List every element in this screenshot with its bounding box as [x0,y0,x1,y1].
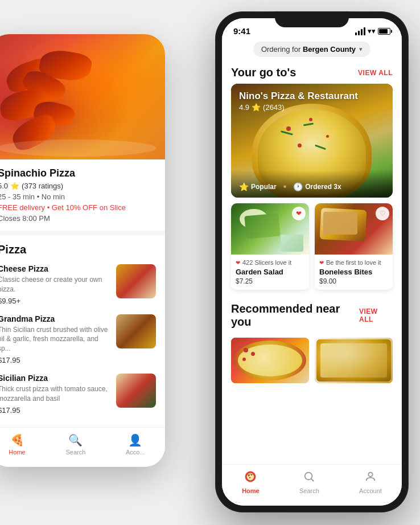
rec-image-1[interactable] [231,338,309,383]
popular-badge: ⭐ Popular [239,182,277,191]
back-phone: Spinachio Pizza 5.0 ⭐ (373 ratings) 25 -… [0,34,165,467]
back-nav-search[interactable]: 🔍 Search [65,433,85,456]
back-menu-item-cheese[interactable]: Cheese Pizza Classic cheese or create yo… [0,264,156,305]
back-hero-image [0,34,165,159]
nav-home[interactable]: Home [242,470,260,494]
search-icon [303,470,315,486]
chicken-heart-button[interactable]: ♡ [376,207,389,220]
recommended-title: Recommended near you [231,302,359,329]
chevron-down-icon: ▾ [359,46,363,53]
your-gotos-view-all[interactable]: VIEW ALL [358,69,393,77]
home-label: Home [242,487,260,494]
nav-account[interactable]: Account [359,470,382,494]
location-pill[interactable]: Ordering for Bergen County ▾ [253,42,370,57]
back-home-label: Home [9,449,25,456]
search-label: Search [299,487,319,494]
chicken-love-count: ❤ Be the first to love it [319,259,388,266]
recommended-view-all[interactable]: VIEW ALL [359,307,393,323]
product-card-chicken[interactable]: ♡ ❤ Be the first to love it Boneless Bit… [315,203,393,290]
salad-name: Garden Salad [236,268,304,276]
back-item-name-sicilian: Sicilian Pizza [0,374,110,383]
phone-screen: 9:41 ▾▾ Ordering for Bergen Co [222,18,402,506]
back-item-desc-cheese: Classic cheese or create your own pizza. [0,275,110,294]
product-card-salad[interactable]: ❤ ❤ 422 Slicers love it Garden Salad $7.… [231,203,309,290]
salad-heart-button[interactable]: ❤ [292,207,306,220]
svg-point-2 [248,475,250,477]
svg-line-6 [312,479,314,481]
back-item-desc-grandma: Thin Sicilian crust brushed with olive o… [0,325,110,354]
back-nav-home[interactable]: 🍕 Home [9,433,25,456]
back-item-name-cheese: Cheese Pizza [0,264,110,273]
svg-point-7 [368,473,372,477]
chicken-price: $9.00 [319,277,388,285]
svg-point-4 [249,477,250,478]
back-menu-item-sicilian[interactable]: Sicilian Pizza Thick crust pizza with to… [0,374,156,415]
back-search-icon: 🔍 [68,433,83,447]
product-image-chicken: ♡ [315,203,393,255]
back-promo: FREE delivery • Get 10% OFF on Slice [0,203,156,212]
bottom-nav: Home Search Account [222,464,402,506]
battery-icon [378,28,390,35]
back-search-label: Search [65,449,85,456]
back-menu-section-title: Pizza [0,243,156,256]
back-item-price-grandma: $17.95 [0,356,110,364]
your-gotos-title: Your go to's [231,66,296,79]
back-menu-item-grandma[interactable]: Grandma Pizza Thin Sicilian crust brushe… [0,314,156,364]
recommended-header: Recommended near you VIEW ALL [222,299,402,333]
notch [275,11,349,27]
hero-rating: 4.9 ⭐ (2643) [239,103,285,112]
hero-restaurant-card[interactable]: Nino's Pizza & Restaurant 4.9 ⭐ (2643) ⭐… [231,84,393,198]
back-item-image-cheese [116,264,156,298]
products-row: ❤ ❤ 422 Slicers love it Garden Salad $7.… [222,198,402,296]
back-rating: 5.0 ⭐ (373 ratings) [0,182,156,190]
svg-point-5 [305,473,312,480]
hero-restaurant-name: Nino's Pizza & Restaurant [239,91,358,102]
your-gotos-header: Your go to's VIEW ALL [222,63,402,84]
recommended-images [222,333,402,388]
salad-love-count: ❤ 422 Slicers love it [236,259,304,266]
back-time: 25 - 35 min • No min [0,192,156,201]
back-account-icon: 👤 [128,433,142,447]
recommended-section: Recommended near you VIEW ALL [222,296,402,391]
location-text: Ordering for Bergen County [261,45,356,54]
wifi-icon: ▾▾ [368,27,376,35]
back-home-icon: 🍕 [10,433,24,447]
status-time: 9:41 [233,26,250,36]
back-bottom-nav: 🍕 Home 🔍 Search 👤 Acco... [0,427,165,467]
salad-price: $7.25 [236,277,304,285]
hero-badges: ⭐ Popular • 🕐 Ordered 3x [231,170,393,198]
product-image-salad: ❤ [231,203,309,255]
chicken-name: Boneless Bites [319,268,388,276]
back-item-image-sicilian [116,374,156,408]
front-phone: 9:41 ▾▾ Ordering for Bergen Co [215,11,409,512]
home-pizza-icon [244,470,257,486]
back-nav-account[interactable]: 👤 Acco... [126,433,145,456]
rec-image-2[interactable] [315,338,393,383]
svg-point-3 [251,474,252,475]
back-item-name-grandma: Grandma Pizza [0,314,110,323]
account-icon [364,470,377,486]
back-item-price-sicilian: $17.95 [0,406,110,415]
back-item-image-grandma [116,314,156,348]
back-item-desc-sicilian: Thick crust pizza with tomato sauce, moz… [0,384,110,404]
signal-bars [355,27,365,35]
back-hours: Closes 8:00 PM [0,214,156,223]
back-account-label: Acco... [126,449,145,456]
back-restaurant-name: Spinachio Pizza [0,167,156,179]
account-label: Account [359,487,382,494]
signal-icons: ▾▾ [355,27,390,35]
nav-search[interactable]: Search [299,470,319,494]
back-item-price-cheese: $9.95+ [0,297,110,305]
ordered-badge: 🕐 Ordered 3x [293,182,341,191]
